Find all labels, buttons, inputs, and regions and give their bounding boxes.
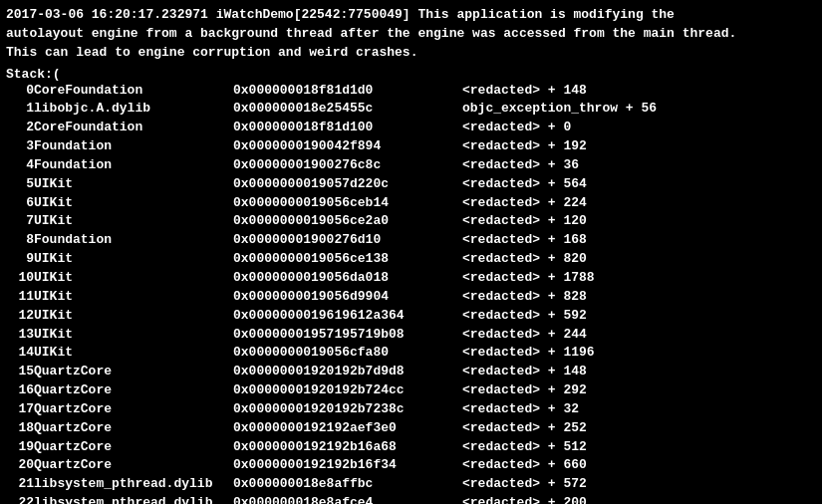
row-addr: 0x0000000190042f894 <box>233 137 462 156</box>
row-addr: 0x000000018e8affbc <box>233 475 462 494</box>
table-row: 3Foundation0x0000000190042f894<redacted>… <box>6 137 816 156</box>
row-num: 0 <box>6 82 34 101</box>
row-sym: <redacted> + 224 <box>462 194 816 213</box>
row-sym: <redacted> + 252 <box>462 419 816 438</box>
header-line3: This can lead to engine corruption and w… <box>6 45 417 60</box>
row-num: 15 <box>6 363 34 381</box>
table-row: 1libobjc.A.dylib0x000000018e25455cobjc_e… <box>6 100 816 119</box>
row-num: 21 <box>6 475 34 494</box>
table-row: 14UIKit0x0000000019056cfa80<redacted> + … <box>6 344 816 363</box>
row-num: 16 <box>6 381 34 400</box>
row-num: 20 <box>6 456 34 475</box>
table-row: 11UIKit0x0000000019056d9904<redacted> + … <box>6 288 816 307</box>
stack-table: 0CoreFoundation0x000000018f81d1d0<redact… <box>6 82 816 504</box>
row-lib: UIKit <box>34 307 233 326</box>
row-lib: CoreFoundation <box>34 119 233 137</box>
row-lib: UIKit <box>34 269 233 288</box>
row-lib: UIKit <box>34 344 233 363</box>
row-num: 6 <box>6 194 34 213</box>
row-lib: QuartzCore <box>34 438 233 457</box>
row-addr: 0x0000000019619612a364 <box>233 307 462 326</box>
row-addr: 0x00000001900276c8c <box>233 156 462 175</box>
row-lib: Foundation <box>34 231 233 250</box>
row-lib: UIKit <box>34 326 233 345</box>
terminal: 2017-03-06 16:20:17.232971 iWatchDemo[22… <box>0 0 822 504</box>
row-sym: <redacted> + 828 <box>462 288 816 307</box>
table-row: 17QuartzCore0x00000001920192b7238c<redac… <box>6 400 816 419</box>
row-sym: <redacted> + 120 <box>462 212 816 231</box>
row-addr: 0x0000000019057d220c <box>233 175 462 194</box>
row-num: 10 <box>6 269 34 288</box>
row-num: 2 <box>6 119 34 137</box>
row-addr: 0x0000000019056ceb14 <box>233 194 462 213</box>
table-row: 20QuartzCore0x0000000192192b16f34<redact… <box>6 456 816 475</box>
row-lib: QuartzCore <box>34 419 233 438</box>
row-lib: QuartzCore <box>34 363 233 381</box>
row-sym: <redacted> + 512 <box>462 438 816 457</box>
row-addr: 0x000000018f81d100 <box>233 119 462 137</box>
row-sym: <redacted> + 1788 <box>462 269 816 288</box>
table-row: 12UIKit0x0000000019619612a364<redacted> … <box>6 307 816 326</box>
row-sym: <redacted> + 592 <box>462 307 816 326</box>
table-row: 13UIKit0x00000001957195719b08<redacted> … <box>6 326 816 345</box>
row-sym: objc_exception_throw + 56 <box>462 100 816 119</box>
row-sym: <redacted> + 148 <box>462 82 816 101</box>
row-addr: 0x000000018e25455c <box>233 100 462 119</box>
row-lib: libsystem_pthread.dylib <box>34 475 233 494</box>
table-row: 19QuartzCore0x0000000192192b16a68<redact… <box>6 438 816 457</box>
row-num: 17 <box>6 400 34 419</box>
row-sym: <redacted> + 32 <box>462 400 816 419</box>
row-lib: CoreFoundation <box>34 82 233 101</box>
row-lib: libsystem_pthread.dylib <box>34 494 233 504</box>
row-addr: 0x0000000019056ce2a0 <box>233 212 462 231</box>
row-addr: 0x0000000192192b16a68 <box>233 438 462 457</box>
row-num: 1 <box>6 100 34 119</box>
row-num: 3 <box>6 137 34 156</box>
row-lib: QuartzCore <box>34 400 233 419</box>
row-addr: 0x000000018e8afce4 <box>233 494 462 504</box>
table-row: 22libsystem_pthread.dylib0x000000018e8af… <box>6 494 816 504</box>
row-lib: UIKit <box>34 288 233 307</box>
row-num: 9 <box>6 250 34 269</box>
row-num: 12 <box>6 307 34 326</box>
row-sym: <redacted> + 292 <box>462 381 816 400</box>
row-sym: <redacted> + 148 <box>462 363 816 381</box>
row-sym: <redacted> + 564 <box>462 175 816 194</box>
row-num: 19 <box>6 438 34 457</box>
row-sym: <redacted> + 200 <box>462 494 816 504</box>
header-line1: 2017-03-06 16:20:17.232971 iWatchDemo[22… <box>6 7 675 22</box>
row-num: 4 <box>6 156 34 175</box>
row-lib: UIKit <box>34 212 233 231</box>
table-row: 8Foundation0x00000001900276d10<redacted>… <box>6 231 816 250</box>
table-row: 18QuartzCore0x0000000192192aef3e0<redact… <box>6 419 816 438</box>
table-row: 10UIKit0x0000000019056da018<redacted> + … <box>6 269 816 288</box>
table-row: 2CoreFoundation0x000000018f81d100<redact… <box>6 119 816 137</box>
row-sym: <redacted> + 244 <box>462 326 816 345</box>
table-row: 5UIKit0x0000000019057d220c<redacted> + 5… <box>6 175 816 194</box>
row-lib: QuartzCore <box>34 456 233 475</box>
row-sym: <redacted> + 1196 <box>462 344 816 363</box>
table-row: 21libsystem_pthread.dylib0x000000018e8af… <box>6 475 816 494</box>
row-lib: UIKit <box>34 194 233 213</box>
row-addr: 0x00000001920192b7238c <box>233 400 462 419</box>
row-num: 5 <box>6 175 34 194</box>
header-block: 2017-03-06 16:20:17.232971 iWatchDemo[22… <box>6 6 816 63</box>
row-addr: 0x0000000019056cfa80 <box>233 344 462 363</box>
row-num: 8 <box>6 231 34 250</box>
table-row: 0CoreFoundation0x000000018f81d1d0<redact… <box>6 82 816 101</box>
row-num: 7 <box>6 212 34 231</box>
row-sym: <redacted> + 168 <box>462 231 816 250</box>
row-lib: libobjc.A.dylib <box>34 100 233 119</box>
row-sym: <redacted> + 36 <box>462 156 816 175</box>
row-lib: UIKit <box>34 175 233 194</box>
row-lib: Foundation <box>34 156 233 175</box>
row-addr: 0x00000001920192b724cc <box>233 381 462 400</box>
row-sym: <redacted> + 820 <box>462 250 816 269</box>
row-num: 14 <box>6 344 34 363</box>
row-num: 11 <box>6 288 34 307</box>
row-sym: <redacted> + 0 <box>462 119 816 137</box>
row-num: 13 <box>6 326 34 345</box>
row-sym: <redacted> + 660 <box>462 456 816 475</box>
table-row: 16QuartzCore0x00000001920192b724cc<redac… <box>6 381 816 400</box>
table-row: 7UIKit0x0000000019056ce2a0<redacted> + 1… <box>6 212 816 231</box>
